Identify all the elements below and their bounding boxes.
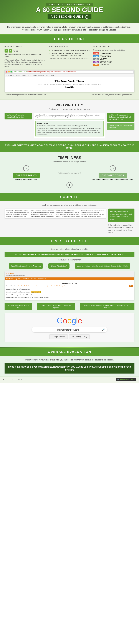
who-wrote-bottom-callout: Look for info on their education and exp… [107, 123, 135, 130]
domain-org: .ORG NONPROFIT [93, 64, 135, 66]
who-published-title: WHO PUBLISHED IT? [49, 46, 90, 48]
links-header: LINKS TO THE SITE [0, 238, 139, 245]
who-published-items: ✎ Find the agency or person that publish… [49, 50, 90, 56]
domain-gov: .GOV GOVERNMENT [93, 61, 135, 63]
links-subtitle: Links from other reliable sites show cre… [4, 248, 135, 250]
clock-left [23, 165, 29, 171]
alexa-url-display: huffingtonpost.com [6, 282, 133, 285]
check-url-header: CHECK THE URL [0, 35, 139, 43]
nyt-meta: WORLD U.S. N.Y. REGION BUSINESS TECHNOLO… [7, 84, 132, 85]
domain-label-mil: MILITARY [100, 58, 107, 60]
clock-right [110, 165, 116, 171]
alexa-flow-step-3: Learn about site's traffic info, who is … [75, 263, 130, 269]
links-section: Links from other reliable sites show cre… [0, 245, 139, 348]
recent-searches-label: Recent Searches: [6, 285, 17, 287]
check-url-grid: PERSONAL PAGES f i ~/ % Not always relia… [4, 46, 135, 68]
nyt-meta-biz: BUSINESS [56, 84, 62, 85]
who-wrote-section: WHO WROTE IT? Find out who is accountabl… [0, 100, 139, 141]
flow-arrow-2: → [70, 264, 74, 268]
browser-btn-min [8, 71, 10, 72]
personal-pages-note: If their name is different than the site… [4, 59, 46, 68]
header-subtitle-bar: A 60 SECOND GUIDE [48, 14, 92, 20]
who-pub-item-1: ✎ Find the agency or person that publish… [49, 50, 90, 52]
domain-tag-mil: .MIL [93, 58, 99, 60]
timeliness-bottom-clocks [4, 182, 135, 190]
personal-pages-text: Not always reliable, so try to learn mor… [4, 54, 46, 58]
browser-mockup: www.nytimes.com/2013/06/24/health/gene-t… [4, 70, 135, 92]
nyt-meta-sci: SCIENCE [73, 84, 78, 85]
nyt-section: Health [7, 85, 132, 90]
sources-grid: Amundsen, D.E. & Kirkland, H.O. (2001). … [4, 208, 135, 234]
alexa-nav-dashboard: Dashboard [38, 278, 46, 280]
browser-toolbar: www.nytimes.com/2013/06/24/health/gene-t… [5, 70, 134, 74]
current-topics-badge: CURRENT TOPICS [13, 173, 40, 178]
who-pub-text-1: Find the agency or person that published… [52, 50, 90, 51]
footer-sources-url: www.lee.edu, lib.berkeley.edu [9, 379, 27, 381]
facebook-icon: f [4, 49, 8, 52]
nav-home: HOME PAGE [6, 75, 14, 76]
browser-btn-max [10, 71, 12, 72]
whois-label: WhatIsHostingThis? [120, 379, 135, 381]
who-wrote-right-callout: Look for a link or page about Us/Backgro… [107, 113, 135, 122]
nyt-meta-sports: SPORTS [85, 84, 90, 85]
google-mic-icon: 🎤 [102, 328, 105, 331]
alexa-nav-siteinfo: Site Info [23, 278, 29, 280]
author-bio-short: Andrew Pollack has covered the business … [37, 125, 102, 127]
alexa-keyword-text: Keyword Popularity: 7 33 out of 100 - Mo… [6, 294, 35, 296]
links-warning: IF THEY ARE THE ONLY ONE LINKING TO THE … [4, 252, 135, 257]
url-annotation-right: The rest of the URL tells you more about… [91, 94, 135, 96]
outdated-topics-note: Date should be near the date the content… [91, 179, 135, 180]
google-flow: Type link: into Google search box → Past… [4, 303, 135, 310]
alexa-mockup: a alexa The Web Information Company Prod… [4, 271, 135, 300]
who-pub-text-2: Be more skeptical in regard of the autho… [51, 52, 90, 56]
g-letter-g2: g [72, 316, 76, 325]
alexa-analytics-text: Search Analytics for huffingtonpost.com [6, 288, 30, 290]
domain-tag-com: .COM [93, 52, 99, 54]
g-letter-g1: G [57, 316, 63, 325]
header: Evaluating Web Resources A 60 SECOND GUI… [0, 0, 139, 23]
domain-label-gov: GOVERNMENT [100, 61, 112, 63]
alexa-header: a alexa The Web Information Company [5, 271, 134, 278]
alexa-logo-container: a alexa The Web Information Company [6, 272, 25, 276]
google-feeling-lucky-btn[interactable]: I'm Feeling Lucky [69, 334, 90, 339]
who-wrote-center: Terri Ellsworth is convinced that her 13… [34, 113, 105, 138]
footer-sources: Sources: www.lee.edu, lib.berkeley.edu [3, 379, 27, 381]
evaluate-text: EVALUATE WHAT YOU KNOW ABOUT THEM AND DE… [4, 144, 135, 149]
google-flow-step-3: Different search engines may have differ… [80, 303, 135, 310]
domain-edu: .EDU EDUCATIONAL [93, 55, 135, 57]
check-url-title: CHECK THE URL [3, 37, 136, 41]
timeliness-title: TIMELINESS [4, 156, 135, 160]
nav-paper: TODAY'S PAPER [15, 75, 26, 76]
who-pub-item-2: ? Be more skeptical in regard of the aut… [49, 52, 90, 56]
alexa-logo: a alexa [6, 272, 25, 275]
domain-label-edu: EDUCATIONAL [100, 55, 112, 57]
links-title: LINKS TO THE SITE [3, 239, 136, 243]
nav-edition: U.S. Edition ▾ [46, 75, 54, 76]
url-green-part: www.nytimes.com [14, 71, 27, 73]
bullet-icon-1: ✎ [49, 50, 51, 52]
sources-header: SOURCES [0, 193, 139, 201]
find-out-text: Find out who is linking to them: [4, 259, 135, 261]
whois-icon: 🔍 [117, 379, 119, 381]
alexa-analytics-row: Search Analytics for huffingtonpost.com [6, 288, 133, 290]
timeliness-subtitle: An outdated source is not always credibl… [4, 161, 135, 163]
whois-badge: 🔍 WhatIsHostingThis? [116, 378, 136, 381]
timeliness-section: TIMELINESS An outdated source is not alw… [0, 152, 139, 192]
personal-pages-col: PERSONAL PAGES f i ~/ % Not always relia… [4, 46, 46, 68]
get-details-btn[interactable]: Get Details [31, 291, 41, 293]
nyt-meta-ny: N.Y. REGION [47, 84, 54, 85]
domain-label-org: NONPROFIT [100, 64, 110, 66]
who-wrote-grid: Find the author/organization responsible… [4, 113, 135, 138]
alexa-search-btn[interactable]: 🔍 [129, 285, 133, 287]
author-name: Andrew Pollack [37, 122, 102, 124]
domain-tag-gov: .GOV [93, 61, 99, 63]
google-search-btn[interactable]: Google Search [49, 334, 68, 339]
article-divider [35, 119, 104, 120]
flow-arrow-3: → [32, 304, 36, 309]
google-logo: Google [8, 316, 131, 325]
clock-icon [85, 15, 88, 19]
overall-section: Once you have reviewed all of this info,… [0, 356, 139, 376]
intro-text: The Internet can be a very helpful tool … [6, 26, 133, 32]
alexa-searches: Searches: huffington post media: cnn mil… [18, 285, 68, 287]
nyt-name: The New York Times [7, 80, 132, 83]
